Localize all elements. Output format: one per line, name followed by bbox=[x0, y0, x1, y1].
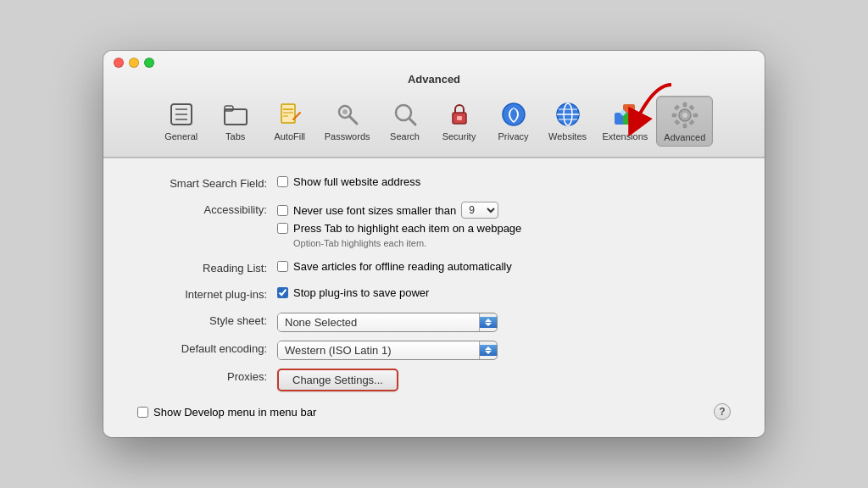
websites-icon bbox=[553, 99, 583, 130]
toolbar-item-privacy[interactable]: Privacy bbox=[487, 96, 540, 147]
develop-menu-label: Show Develop menu in menu bar bbox=[153, 406, 316, 419]
window-title: Advanced bbox=[408, 73, 460, 86]
proxies-row: Proxies: Change Settings... bbox=[129, 369, 739, 391]
toolbar-item-passwords[interactable]: Passwords bbox=[318, 96, 377, 147]
toolbar-item-advanced[interactable]: Advanced bbox=[656, 96, 713, 147]
style-sheet-arrow-down bbox=[485, 323, 492, 326]
svg-point-28 bbox=[682, 113, 687, 118]
svg-rect-31 bbox=[672, 114, 676, 117]
svg-rect-35 bbox=[674, 119, 679, 125]
settings-content: Smart Search Field: Show full website ad… bbox=[103, 158, 765, 437]
style-sheet-label: Style sheet: bbox=[129, 313, 277, 327]
toolbar-item-autofill[interactable]: AutoFill bbox=[264, 96, 316, 147]
toolbar-label-tabs: Tabs bbox=[225, 131, 245, 141]
toolbar: General Tabs bbox=[147, 92, 722, 153]
svg-line-12 bbox=[349, 116, 357, 124]
toolbar-item-search[interactable]: Search bbox=[379, 96, 431, 147]
search-icon bbox=[390, 99, 420, 130]
advanced-icon bbox=[670, 100, 700, 130]
svg-rect-26 bbox=[623, 113, 635, 125]
svg-rect-34 bbox=[689, 119, 694, 125]
svg-rect-17 bbox=[457, 116, 462, 120]
style-sheet-select-control[interactable]: None Selected bbox=[277, 313, 498, 332]
style-sheet-row: Style sheet: None Selected bbox=[129, 313, 739, 332]
extensions-icon bbox=[609, 99, 640, 130]
press-tab-checkbox[interactable] bbox=[277, 223, 288, 234]
default-encoding-controls: Western (ISO Latin 1) bbox=[277, 341, 498, 360]
general-icon bbox=[166, 99, 197, 130]
toolbar-label-passwords: Passwords bbox=[325, 131, 370, 141]
default-encoding-arrow-down bbox=[485, 351, 492, 354]
default-encoding-row: Default encoding: Western (ISO Latin 1) bbox=[129, 341, 739, 360]
internet-plugins-option-label: Stop plug-ins to save power bbox=[293, 286, 429, 299]
bottom-row: Show Develop menu in menu bar ? bbox=[129, 403, 739, 420]
tabs-icon bbox=[220, 99, 251, 130]
toolbar-label-extensions: Extensions bbox=[603, 131, 648, 141]
svg-rect-36 bbox=[689, 105, 694, 110]
style-sheet-arrows[interactable] bbox=[480, 317, 497, 328]
privacy-icon bbox=[498, 99, 529, 130]
internet-plugins-row: Internet plug-ins: Stop plug-ins to save… bbox=[129, 286, 739, 301]
style-sheet-controls: None Selected bbox=[277, 313, 498, 332]
proxies-label: Proxies: bbox=[129, 369, 277, 383]
reading-list-checkbox[interactable] bbox=[277, 261, 288, 272]
toolbar-label-security: Security bbox=[442, 131, 476, 141]
press-tab-checkbox-item: Press Tab to highlight each item on a we… bbox=[277, 222, 521, 235]
close-button[interactable] bbox=[114, 58, 124, 68]
traffic-lights bbox=[114, 58, 154, 68]
accessibility-row1: Never use font sizes smaller than 9 10 1… bbox=[277, 202, 521, 219]
help-button[interactable]: ? bbox=[714, 403, 731, 420]
reading-list-option-label: Save articles for offline reading automa… bbox=[293, 260, 512, 273]
default-encoding-value: Western (ISO Latin 1) bbox=[278, 341, 480, 359]
style-sheet-value: None Selected bbox=[278, 313, 480, 331]
svg-rect-32 bbox=[693, 114, 698, 117]
default-encoding-arrows[interactable] bbox=[480, 345, 497, 356]
default-encoding-select-control[interactable]: Western (ISO Latin 1) bbox=[277, 341, 498, 360]
toolbar-label-advanced: Advanced bbox=[664, 132, 705, 142]
svg-rect-33 bbox=[674, 105, 679, 110]
accessibility-hint: Option-Tab highlights each item. bbox=[293, 238, 521, 248]
accessibility-row: Accessibility: Never use font sizes smal… bbox=[129, 202, 739, 248]
internet-plugins-checkbox-item: Stop plug-ins to save power bbox=[277, 286, 429, 299]
press-tab-label: Press Tab to highlight each item on a we… bbox=[293, 222, 521, 235]
svg-line-15 bbox=[409, 119, 415, 125]
toolbar-label-search: Search bbox=[390, 131, 420, 141]
minimize-button[interactable] bbox=[129, 58, 139, 68]
change-settings-button[interactable]: Change Settings... bbox=[277, 369, 398, 391]
passwords-icon bbox=[332, 99, 363, 130]
maximize-button[interactable] bbox=[144, 58, 154, 68]
reading-list-label: Reading List: bbox=[129, 260, 277, 274]
toolbar-label-privacy: Privacy bbox=[498, 131, 528, 141]
default-encoding-arrow-up bbox=[485, 347, 492, 350]
reading-list-row: Reading List: Save articles for offline … bbox=[129, 260, 739, 274]
style-sheet-arrow-up bbox=[485, 319, 492, 322]
default-encoding-label: Default encoding: bbox=[129, 341, 277, 355]
reading-list-checkbox-item: Save articles for offline reading automa… bbox=[277, 260, 512, 273]
smart-search-checkbox[interactable] bbox=[277, 176, 288, 187]
svg-point-13 bbox=[342, 109, 348, 114]
toolbar-item-tabs[interactable]: Tabs bbox=[209, 96, 262, 147]
internet-plugins-label: Internet plug-ins: bbox=[129, 286, 277, 301]
svg-rect-30 bbox=[683, 124, 687, 128]
toolbar-item-security[interactable]: Security bbox=[433, 96, 486, 147]
never-use-checkbox-item: Never use font sizes smaller than bbox=[277, 204, 456, 217]
toolbar-item-websites[interactable]: Websites bbox=[542, 96, 594, 147]
internet-plugins-checkbox[interactable] bbox=[277, 287, 288, 298]
smart-search-controls: Show full website address bbox=[277, 175, 420, 188]
toolbar-label-general: General bbox=[164, 131, 198, 141]
smart-search-row: Smart Search Field: Show full website ad… bbox=[129, 175, 739, 190]
never-use-checkbox[interactable] bbox=[277, 205, 288, 216]
svg-rect-29 bbox=[683, 103, 687, 107]
proxies-controls: Change Settings... bbox=[277, 369, 398, 391]
preferences-window: Advanced General bbox=[103, 51, 765, 437]
accessibility-label: Accessibility: bbox=[129, 202, 277, 216]
font-size-select[interactable]: 9 10 12 bbox=[461, 202, 498, 219]
develop-menu-checkbox[interactable] bbox=[137, 407, 148, 418]
toolbar-item-extensions[interactable]: Extensions bbox=[596, 96, 655, 147]
never-use-label: Never use font sizes smaller than bbox=[293, 204, 456, 217]
toolbar-item-general[interactable]: General bbox=[155, 96, 208, 147]
accessibility-controls: Never use font sizes smaller than 9 10 1… bbox=[277, 202, 521, 248]
develop-menu-checkbox-item: Show Develop menu in menu bar bbox=[137, 406, 316, 419]
reading-list-controls: Save articles for offline reading automa… bbox=[277, 260, 512, 273]
smart-search-checkbox-item: Show full website address bbox=[277, 175, 420, 188]
